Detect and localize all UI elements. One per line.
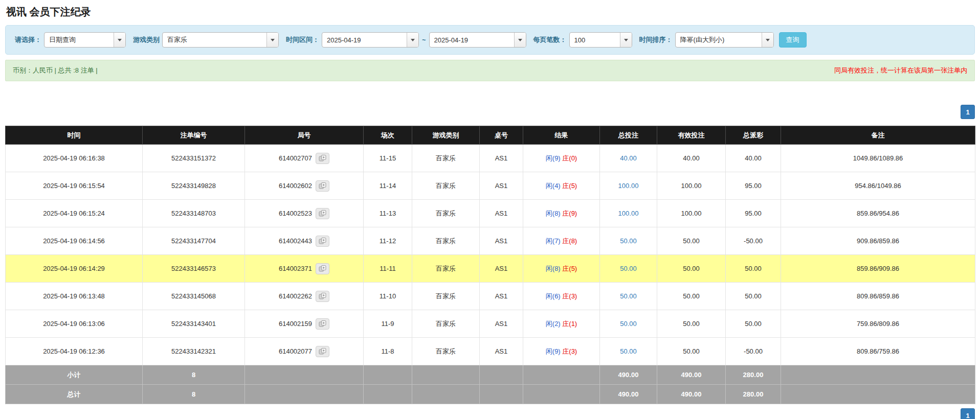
chevron-down-icon[interactable] bbox=[266, 33, 278, 47]
sort-order-input[interactable] bbox=[676, 33, 762, 47]
cell-valid-bet: 50.00 bbox=[657, 227, 726, 255]
date-to-input[interactable] bbox=[430, 33, 514, 47]
footer-empty-cell bbox=[480, 365, 523, 385]
page-size-combobox[interactable] bbox=[569, 32, 632, 48]
footer-count: 8 bbox=[143, 385, 245, 404]
chevron-down-icon[interactable] bbox=[114, 33, 125, 47]
cell-table-no: AS1 bbox=[480, 283, 523, 310]
column-header: 局号 bbox=[245, 126, 364, 145]
cell-total-bet: 50.00 bbox=[600, 338, 657, 365]
total-bet-link[interactable]: 50.00 bbox=[620, 347, 637, 355]
video-card-icon[interactable] bbox=[316, 208, 329, 219]
cell-payout: 95.00 bbox=[726, 200, 781, 227]
video-card-icon[interactable] bbox=[316, 236, 329, 247]
summary-row: 总计8490.00490.00280.00 bbox=[6, 385, 975, 404]
page-size-input[interactable] bbox=[570, 33, 620, 47]
cell-time: 2025-04-19 06:16:38 bbox=[6, 145, 143, 172]
game-type-combobox[interactable] bbox=[162, 32, 279, 48]
date-from-input[interactable] bbox=[322, 33, 407, 47]
round-number: 614002443 bbox=[279, 237, 312, 245]
cell-game-type: 百家乐 bbox=[412, 338, 480, 365]
video-card-icon[interactable] bbox=[316, 318, 329, 330]
cell-total-bet: 100.00 bbox=[600, 172, 657, 200]
cell-time: 2025-04-19 06:14:56 bbox=[6, 227, 143, 255]
date-to-combobox[interactable] bbox=[429, 32, 526, 48]
result-player: 闲(9) bbox=[546, 347, 561, 355]
total-bet-link[interactable]: 50.00 bbox=[620, 320, 637, 328]
total-bet-link[interactable]: 100.00 bbox=[618, 182, 639, 190]
cell-result: 闲(2) 庄(1) bbox=[523, 310, 600, 338]
query-type-combobox[interactable] bbox=[44, 32, 126, 48]
query-type-input[interactable] bbox=[44, 33, 114, 47]
video-card-icon[interactable] bbox=[316, 291, 329, 302]
cell-result: 闲(9) 庄(0) bbox=[523, 145, 600, 172]
footer-empty-cell bbox=[412, 385, 480, 404]
round-number: 614002077 bbox=[279, 347, 312, 355]
video-card-icon[interactable] bbox=[316, 180, 329, 192]
cell-game-type: 百家乐 bbox=[412, 255, 480, 283]
sort-order-combobox[interactable] bbox=[675, 32, 774, 48]
cell-remark: 1049.86/1089.86 bbox=[781, 145, 975, 172]
date-from-combobox[interactable] bbox=[322, 32, 419, 48]
video-card-icon[interactable] bbox=[316, 153, 329, 164]
total-bet-link[interactable]: 40.00 bbox=[620, 154, 637, 162]
notice-text: 同局有效投注，统一计算在该局第一张注单内 bbox=[834, 66, 967, 75]
footer-count: 8 bbox=[143, 365, 245, 385]
total-bet-link[interactable]: 50.00 bbox=[620, 292, 637, 300]
cell-remark: 809.86/759.86 bbox=[781, 338, 975, 365]
page-button-1[interactable]: 1 bbox=[961, 408, 975, 419]
cell-total-bet: 50.00 bbox=[600, 255, 657, 283]
footer-empty-cell bbox=[523, 385, 600, 404]
cell-result: 闲(8) 庄(9) bbox=[523, 200, 600, 227]
cell-payout: -50.00 bbox=[726, 227, 781, 255]
cell-table-no: AS1 bbox=[480, 310, 523, 338]
game-type-input[interactable] bbox=[163, 33, 266, 47]
cell-payout: 50.00 bbox=[726, 283, 781, 310]
chevron-down-icon[interactable] bbox=[762, 33, 773, 47]
cell-round: 614002707 bbox=[245, 145, 364, 172]
cell-session: 11-11 bbox=[364, 255, 412, 283]
result-player: 闲(8) bbox=[546, 265, 561, 272]
summary-row: 小计8490.00490.00280.00 bbox=[6, 365, 975, 385]
total-bet-link[interactable]: 50.00 bbox=[620, 265, 637, 272]
cell-time: 2025-04-19 06:12:36 bbox=[6, 338, 143, 365]
cell-table-no: AS1 bbox=[480, 338, 523, 365]
footer-empty-cell bbox=[364, 365, 412, 385]
sort-order-label: 时间排序： bbox=[639, 35, 673, 44]
cell-result: 闲(4) 庄(5) bbox=[523, 172, 600, 200]
chevron-down-icon[interactable] bbox=[514, 33, 526, 47]
search-button[interactable]: 查询 bbox=[779, 32, 807, 48]
cell-remark: 859.86/909.86 bbox=[781, 255, 975, 283]
total-bet-link[interactable]: 100.00 bbox=[618, 210, 639, 217]
currency-summary-text: 币别：人民币 | 总共 :8 注单 | bbox=[13, 66, 98, 75]
total-bet-link[interactable]: 50.00 bbox=[620, 237, 637, 245]
column-header: 时间 bbox=[6, 126, 143, 145]
cell-total-bet: 100.00 bbox=[600, 200, 657, 227]
column-header: 总投注 bbox=[600, 126, 657, 145]
column-header: 桌号 bbox=[480, 126, 523, 145]
footer-total-bet: 490.00 bbox=[600, 365, 657, 385]
video-card-icon[interactable] bbox=[316, 346, 329, 357]
table-head: 时间注单编号局号场次游戏类别桌号结果总投注有效投注总派彩备注 bbox=[6, 126, 975, 145]
round-number: 614002371 bbox=[279, 265, 312, 272]
table-footer: 小计8490.00490.00280.00总计8490.00490.00280.… bbox=[6, 365, 975, 404]
result-player: 闲(8) bbox=[546, 210, 561, 217]
cell-round: 614002371 bbox=[245, 255, 364, 283]
column-header: 备注 bbox=[781, 126, 975, 145]
cell-table-no: AS1 bbox=[480, 255, 523, 283]
cell-bet-id: 522433142321 bbox=[143, 338, 245, 365]
result-player: 闲(9) bbox=[546, 154, 561, 162]
range-separator: ~ bbox=[422, 36, 426, 44]
video-card-icon[interactable] bbox=[316, 263, 329, 274]
column-header: 注单编号 bbox=[143, 126, 245, 145]
cell-round: 614002523 bbox=[245, 200, 364, 227]
footer-label: 小计 bbox=[6, 365, 143, 385]
chevron-down-icon[interactable] bbox=[620, 33, 632, 47]
cell-round: 614002262 bbox=[245, 283, 364, 310]
footer-total-bet: 490.00 bbox=[600, 385, 657, 404]
filter-bar: 请选择： 游戏类别 时间区间： ~ 每页笔数： 时间排序： bbox=[5, 25, 975, 55]
cell-valid-bet: 50.00 bbox=[657, 283, 726, 310]
page-button-1[interactable]: 1 bbox=[961, 105, 975, 119]
chevron-down-icon[interactable] bbox=[407, 33, 418, 47]
page-title: 视讯 会员下注纪录 bbox=[6, 5, 980, 19]
